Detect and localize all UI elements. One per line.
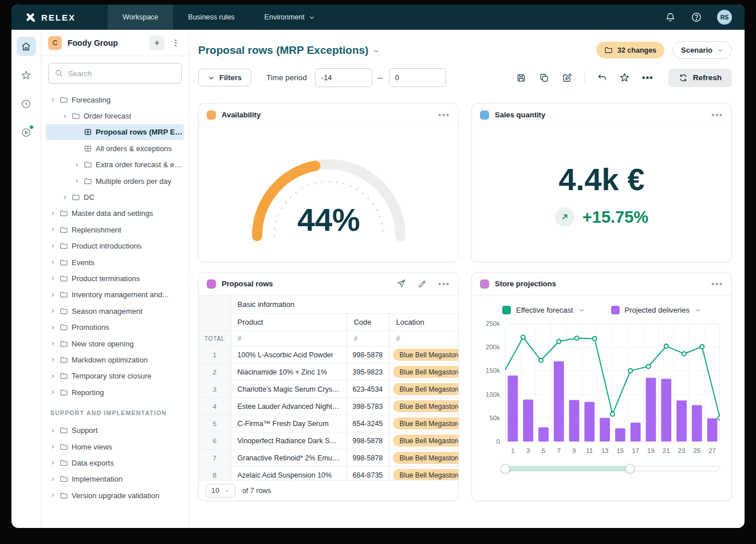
location-cell[interactable]: Blue Bell Megastore xyxy=(389,398,458,415)
favorites-button[interactable] xyxy=(17,65,36,85)
chevron-right-icon[interactable] xyxy=(49,259,56,265)
chevron-right-icon[interactable] xyxy=(49,341,56,346)
chevron-right-icon[interactable] xyxy=(49,325,56,330)
edit-button[interactable] xyxy=(557,69,577,87)
pencil-icon[interactable] xyxy=(418,279,427,289)
product-cell[interactable]: Niacinamide 10% + Zinc 1% xyxy=(231,364,347,381)
table-row[interactable]: 1100% L-Ascorbic Acid Powder998-5878Blue… xyxy=(199,346,458,364)
slider-handle-right[interactable] xyxy=(625,464,635,474)
product-cell[interactable]: Vinoperfect Radiance Dark Spot Serum xyxy=(231,432,347,450)
code-cell[interactable]: 998-5878 xyxy=(347,450,389,467)
sidebar-item-implementation[interactable]: Implementation xyxy=(46,471,184,487)
product-cell[interactable]: Granactive Retinoid* 2% Emulsion xyxy=(231,450,347,467)
sidebar-item-promotions[interactable]: Promotions xyxy=(46,319,184,335)
time-period-from-input[interactable] xyxy=(315,68,372,87)
sidebar-item-multiple-orders-per-day[interactable]: Multiple orders per day xyxy=(46,173,184,189)
location-cell[interactable]: Blue Bell Megastore xyxy=(389,450,458,467)
chevron-right-icon[interactable] xyxy=(49,357,56,362)
chevron-right-icon[interactable] xyxy=(49,97,56,103)
card-menu-button[interactable]: ••• xyxy=(711,279,723,289)
sidebar-item-inventory-management-and[interactable]: Inventory management and... xyxy=(46,287,184,303)
sidebar-item-markdown-optimization[interactable]: Markdown optimization xyxy=(46,352,184,368)
sidebar-item-all-orders-exceptions[interactable]: All orders & exceptions xyxy=(46,140,184,156)
product-cell[interactable]: 100% L-Ascorbic Acid Powder xyxy=(231,346,347,364)
code-cell[interactable]: 623-4534 xyxy=(347,381,389,398)
chevron-right-icon[interactable] xyxy=(49,389,56,395)
refresh-button[interactable]: Refresh xyxy=(668,69,732,87)
column-header-location[interactable]: Location xyxy=(389,314,458,331)
code-cell[interactable]: 398-5783 xyxy=(347,398,389,415)
sidebar-item-dc[interactable]: DC xyxy=(46,189,184,205)
sidebar-item-master-data-and-settings[interactable]: Master data and settings xyxy=(46,206,184,222)
workspace-name[interactable]: Foody Group xyxy=(68,38,144,48)
card-menu-button[interactable]: ••• xyxy=(438,111,450,120)
column-header-product[interactable]: Product xyxy=(231,314,347,331)
page-title[interactable]: Proposal rows (MRP Exceptions) xyxy=(198,44,380,57)
table-row[interactable]: 4Estee Lauder Advanced Night Repair398-5… xyxy=(199,398,458,415)
sidebar-item-forecasting[interactable]: Forecasting xyxy=(46,92,184,108)
chevron-right-icon[interactable] xyxy=(73,178,80,184)
chevron-right-icon[interactable] xyxy=(49,227,56,232)
search-input[interactable] xyxy=(48,63,182,84)
code-cell[interactable]: 998-5878 xyxy=(347,346,389,364)
help-icon[interactable] xyxy=(691,11,702,23)
chevron-right-icon[interactable] xyxy=(49,292,56,298)
sidebar-item-product-introductions[interactable]: Product introductions xyxy=(46,238,184,254)
changes-badge[interactable]: 32 changes xyxy=(596,42,664,58)
product-cell[interactable]: Charlotte's Magic Serum Crystal Elixir xyxy=(231,381,347,398)
tab-environment[interactable]: Environment xyxy=(250,5,330,30)
scenario-dropdown[interactable]: Scenario xyxy=(672,41,732,59)
sidebar-item-new-store-opening[interactable]: New store opening xyxy=(46,336,184,352)
sidebar-item-order-forecast[interactable]: Order forecast xyxy=(46,108,184,124)
time-period-to-input[interactable] xyxy=(389,68,446,87)
user-avatar[interactable]: RS xyxy=(717,10,732,25)
sidebar-item-data-exports[interactable]: Data exports xyxy=(46,455,184,471)
home-button[interactable] xyxy=(17,37,36,56)
more-options-button[interactable]: ••• xyxy=(637,69,658,87)
chevron-right-icon[interactable] xyxy=(49,492,56,498)
sidebar-item-replenishment[interactable]: Replenishment xyxy=(46,222,184,238)
save-button[interactable] xyxy=(511,69,531,87)
send-icon[interactable] xyxy=(396,279,406,289)
sidebar-menu-button[interactable] xyxy=(170,38,182,48)
sidebar-item-support[interactable]: Support xyxy=(46,422,184,438)
table-row[interactable]: 3Charlotte's Magic Serum Crystal Elixir6… xyxy=(199,381,458,398)
table-row[interactable]: 7Granactive Retinoid* 2% Emulsion998-587… xyxy=(199,450,458,467)
location-cell[interactable]: Blue Bell Megastore xyxy=(389,364,458,381)
undo-button[interactable] xyxy=(592,69,612,87)
chevron-right-icon[interactable] xyxy=(49,428,56,433)
chevron-right-icon[interactable] xyxy=(49,211,56,216)
sidebar-item-version-upgrade-validation[interactable]: Version upgrade validation xyxy=(46,487,184,503)
page-size-select[interactable]: 10 xyxy=(206,484,235,498)
bell-icon[interactable] xyxy=(665,12,676,23)
location-cell[interactable]: Blue Bell Megastore xyxy=(389,432,458,450)
chevron-right-icon[interactable] xyxy=(49,373,56,379)
sidebar-item-home-views[interactable]: Home views xyxy=(46,439,184,455)
chevron-right-icon[interactable] xyxy=(49,476,56,482)
table-row[interactable]: 6Vinoperfect Radiance Dark Spot Serum998… xyxy=(199,432,458,450)
history-button[interactable] xyxy=(17,94,36,113)
filters-button[interactable]: Filters xyxy=(198,69,251,86)
product-cell[interactable]: C-Firma™ Fresh Day Serum xyxy=(231,415,347,432)
code-cell[interactable]: 654-3245 xyxy=(347,415,389,432)
sidebar-item-reporting[interactable]: Reporting xyxy=(46,384,184,400)
code-cell[interactable]: 395-9823 xyxy=(347,364,389,381)
code-cell[interactable]: 998-5878 xyxy=(347,432,389,450)
chevron-right-icon[interactable] xyxy=(49,460,56,466)
chevron-right-icon[interactable] xyxy=(49,444,56,450)
duplicate-button[interactable] xyxy=(534,69,554,87)
location-cell[interactable]: Blue Bell Megastore xyxy=(389,346,458,364)
sidebar-item-extra-order-forecast-exce[interactable]: Extra order forecast & exce... xyxy=(46,157,184,173)
table-row[interactable]: 5C-Firma™ Fresh Day Serum654-3245Blue Be… xyxy=(199,415,458,432)
product-cell[interactable]: Estee Lauder Advanced Night Repair xyxy=(231,398,347,415)
sidebar-item-temporary-store-closure[interactable]: Temporary store closure xyxy=(46,368,184,384)
legend-effective-forecast[interactable]: Effective forecast xyxy=(502,306,584,314)
chevron-right-icon[interactable] xyxy=(49,243,56,249)
add-button[interactable] xyxy=(149,36,164,50)
tab-business-rules[interactable]: Business rules xyxy=(173,5,249,30)
chevron-right-icon[interactable] xyxy=(49,308,56,314)
favorite-button[interactable] xyxy=(615,69,635,87)
card-menu-button[interactable]: ••• xyxy=(438,279,450,289)
table-row[interactable]: 2Niacinamide 10% + Zinc 1%395-9823Blue B… xyxy=(199,364,458,381)
location-cell[interactable]: Blue Bell Megastore xyxy=(389,381,458,398)
